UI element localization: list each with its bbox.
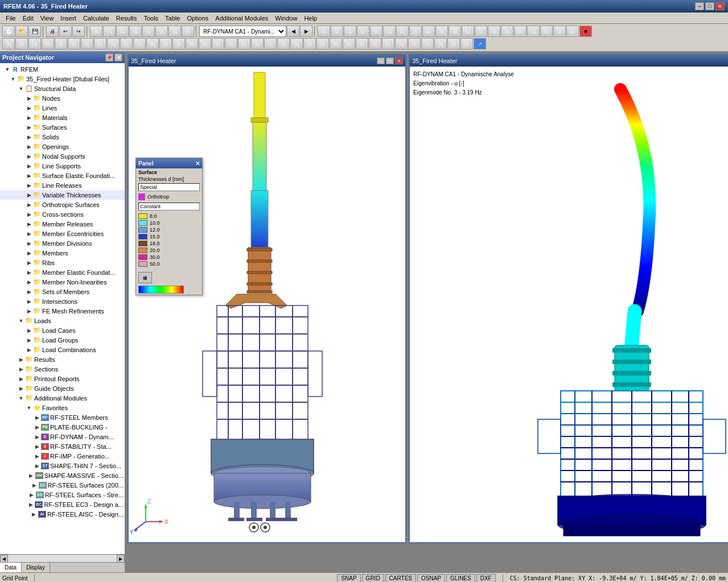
expand-load-groups[interactable]: ▶ bbox=[25, 336, 33, 344]
tree-member-elastic[interactable]: ▶ 📁 Member Elastic Foundat... bbox=[0, 267, 125, 277]
expand-surfaces[interactable]: ▶ bbox=[25, 123, 33, 131]
expand-line-releases[interactable]: ▶ bbox=[25, 181, 33, 189]
maximize-btn[interactable]: □ bbox=[705, 2, 714, 10]
tree-member-nonlin[interactable]: ▶ 📁 Member Non-linearities bbox=[0, 277, 125, 287]
tb-c6[interactable]: ⬜ bbox=[383, 26, 396, 37]
menu-additional-modules[interactable]: Additional Modules bbox=[212, 14, 272, 23]
tree-load-cases[interactable]: ▶ 📁 Load Cases bbox=[0, 325, 125, 335]
tree-plate-buckling[interactable]: ▶ PB PLATE-BUCKLING - bbox=[0, 422, 125, 432]
tb-c3[interactable]: ⬜ bbox=[344, 26, 356, 37]
expand-shape-massive[interactable]: ▶ bbox=[27, 472, 35, 480]
expand-nodes[interactable]: ▶ bbox=[25, 94, 33, 102]
tb-c20[interactable]: ⬜ bbox=[566, 26, 579, 37]
tree-fe-mesh[interactable]: ▶ 📁 FE Mesh Refinements bbox=[0, 306, 125, 316]
tree-solids[interactable]: ▶ 📁 Solids bbox=[0, 132, 125, 142]
tree-results[interactable]: ▶ 📁 Results bbox=[0, 354, 125, 364]
expand-rf-stab[interactable]: ▶ bbox=[33, 443, 41, 451]
tb-d16[interactable]: ⬜ bbox=[199, 38, 211, 49]
tb-d23[interactable]: ⬜ bbox=[290, 38, 303, 49]
tree-shape-thin7[interactable]: ▶ ST SHAPE-THIN 7 - Sectio... bbox=[0, 461, 125, 470]
tb-color[interactable]: ■ bbox=[579, 26, 592, 37]
view-3d-2[interactable]: RF-DYNAM CA1 - Dynamische Analyse Eigenv… bbox=[410, 67, 728, 542]
tb-d26[interactable]: ⬜ bbox=[330, 38, 342, 49]
expand-member-nonlin[interactable]: ▶ bbox=[25, 278, 33, 286]
tree-materials[interactable]: ▶ 📁 Materials bbox=[0, 113, 125, 122]
tb-d4[interactable]: ⬜ bbox=[42, 38, 54, 49]
tree-rf-steel-surf[interactable]: ▶ SS RF-STEEL Surfaces (200... bbox=[0, 480, 125, 490]
tb-c17[interactable]: ⬜ bbox=[527, 26, 540, 37]
tree-member-releases[interactable]: ▶ 📁 Member Releases bbox=[0, 219, 125, 229]
tree-load-groups[interactable]: ▶ 📁 Load Groups bbox=[0, 335, 125, 345]
tb-d5[interactable]: ⬜ bbox=[55, 38, 67, 49]
tb-undo[interactable]: ↩ bbox=[59, 26, 72, 37]
tree-intersections[interactable]: ▶ 📁 Intersections bbox=[0, 296, 125, 306]
expand-members[interactable]: ▶ bbox=[25, 249, 33, 257]
status-glines[interactable]: GLINES bbox=[446, 574, 475, 583]
minimize-btn[interactable]: ─ bbox=[695, 2, 704, 10]
tb-save[interactable]: 💾 bbox=[28, 26, 41, 37]
tb-c11[interactable]: ⬜ bbox=[449, 26, 461, 37]
expand-member-ecc[interactable]: ▶ bbox=[25, 230, 33, 238]
expand-rf-steel[interactable]: ▶ bbox=[33, 414, 41, 422]
tb-c19[interactable]: ⬜ bbox=[553, 26, 566, 37]
tree-rf-dynam[interactable]: ▶ D RF-DYNAM - Dynam... bbox=[0, 432, 125, 441]
tree-openings[interactable]: ▶ 📁 Openings bbox=[0, 142, 125, 151]
expand-lines[interactable]: ▶ bbox=[25, 104, 33, 112]
expand-guide-objects[interactable]: ▶ bbox=[17, 385, 25, 393]
tb-d9[interactable]: ⬜ bbox=[107, 38, 120, 49]
tb-c2[interactable]: ⬜ bbox=[331, 26, 343, 37]
expand-cross-sect[interactable]: ▶ bbox=[25, 210, 33, 218]
tb-d1[interactable]: ⬜ bbox=[2, 38, 15, 49]
tree-line-supports[interactable]: ▶ 📁 Line Supports bbox=[0, 161, 125, 171]
tb-d34[interactable]: ⬜ bbox=[434, 38, 447, 49]
status-dxf[interactable]: DXF bbox=[476, 574, 496, 583]
expand-rfem[interactable]: ▼ bbox=[3, 65, 11, 73]
nav-scroll-right[interactable]: ▶ bbox=[117, 555, 125, 563]
tb-d6[interactable]: ⬜ bbox=[68, 38, 80, 49]
tb-d36[interactable]: ⬜ bbox=[460, 38, 473, 49]
tb-d14[interactable]: ⬜ bbox=[172, 38, 185, 49]
tb-next[interactable]: ▶ bbox=[300, 26, 312, 37]
tree-loads[interactable]: ▼ 📁 Loads bbox=[0, 316, 125, 325]
tb-d8[interactable]: ⬜ bbox=[94, 38, 106, 49]
tree-cross-sections[interactable]: ▶ 📁 Cross-sections bbox=[0, 209, 125, 219]
tb-c16[interactable]: ⬜ bbox=[514, 26, 527, 37]
tree-printout-reports[interactable]: ▶ 📁 Printout Reports bbox=[0, 374, 125, 383]
tb-d2[interactable]: ⬜ bbox=[15, 38, 28, 49]
tree-ribs[interactable]: ▶ 📁 Ribs bbox=[0, 258, 125, 267]
tree-variable-thicknesses[interactable]: ▶ 📁 Variable Thicknesses bbox=[0, 190, 125, 200]
tb-c4[interactable]: ⬜ bbox=[357, 26, 369, 37]
expand-materials[interactable]: ▶ bbox=[25, 114, 33, 122]
expand-load-comb[interactable]: ▶ bbox=[25, 346, 33, 354]
nav-pin-btn[interactable]: 📌 bbox=[105, 53, 113, 61]
tb-c14[interactable]: ⬜ bbox=[488, 26, 500, 37]
tree-sets-members[interactable]: ▶ 📁 Sets of Members bbox=[0, 287, 125, 296]
expand-ortho-surf[interactable]: ▶ bbox=[25, 201, 33, 209]
sub-win-1-maximize[interactable]: □ bbox=[386, 57, 394, 64]
tb-c9[interactable]: ⬜ bbox=[422, 26, 435, 37]
status-cartes[interactable]: CARTES bbox=[385, 574, 416, 583]
tb-d18[interactable]: ⬜ bbox=[225, 38, 237, 49]
tree-nodes[interactable]: ▶ 📁 Nodes bbox=[0, 93, 125, 103]
tb-c8[interactable]: ⬜ bbox=[409, 26, 422, 37]
expand-shape-thin7[interactable]: ▶ bbox=[33, 462, 41, 470]
tb-b7[interactable]: ⬜ bbox=[168, 26, 181, 37]
tb-d3[interactable]: ⬜ bbox=[28, 38, 41, 49]
tb-d13[interactable]: ⬜ bbox=[159, 38, 172, 49]
tree-guide-objects[interactable]: ▶ 📁 Guide Objects bbox=[0, 383, 125, 393]
panel-constant-input[interactable]: Constant bbox=[138, 203, 200, 210]
expand-solids[interactable]: ▶ bbox=[25, 133, 33, 141]
tb-d17[interactable]: ⬜ bbox=[212, 38, 224, 49]
tb-b2[interactable]: ⬜ bbox=[103, 26, 116, 37]
tb-b5[interactable]: ⬜ bbox=[142, 26, 155, 37]
tb-d27[interactable]: ⬜ bbox=[343, 38, 355, 49]
nav-tab-data[interactable]: Data bbox=[0, 563, 22, 572]
tree-rf-stability[interactable]: ▶ S RF-STABILITY - Sta... bbox=[0, 441, 125, 451]
tb-c5[interactable]: ⬜ bbox=[370, 26, 382, 37]
menu-results[interactable]: Results bbox=[113, 14, 141, 23]
expand-rf-dynam[interactable]: ▶ bbox=[33, 433, 41, 441]
expand-intersections[interactable]: ▶ bbox=[25, 298, 33, 306]
nav-tab-display[interactable]: Display bbox=[22, 563, 50, 572]
panel-special-input[interactable]: Special bbox=[138, 183, 200, 191]
sub-win-1-close[interactable]: ✕ bbox=[395, 57, 403, 64]
